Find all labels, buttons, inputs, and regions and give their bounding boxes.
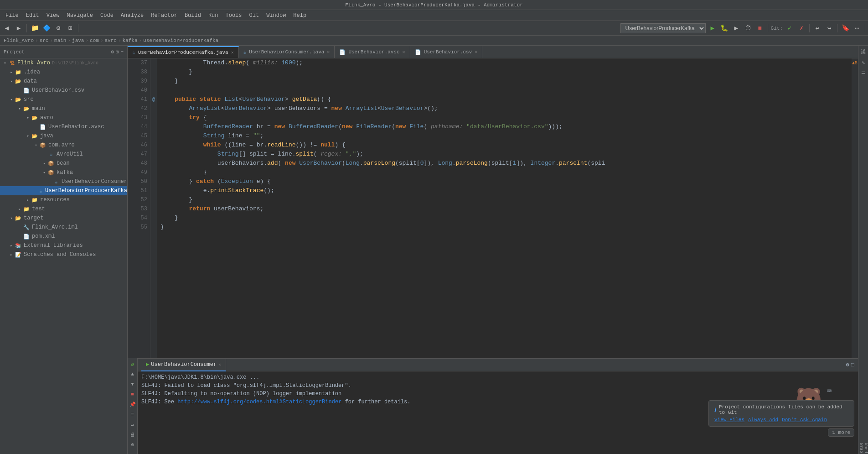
run-tab-consumer[interactable]: ▶ UserBehaviorConsumer ✕: [141, 359, 226, 371]
run-maximize-btn[interactable]: □: [851, 362, 854, 368]
ln-53: 53: [130, 204, 147, 214]
tab-avsc-close[interactable]: ✕: [403, 49, 405, 55]
tree-item-bean[interactable]: ▾ 📦 bean: [0, 159, 127, 168]
project-view-button[interactable]: 📁: [30, 23, 40, 33]
bookmark-button[interactable]: 🔖: [840, 23, 850, 33]
menu-git[interactable]: Git: [246, 11, 263, 20]
run-panel-header: ▶ UserBehaviorConsumer ✕ ⚙ □: [138, 359, 858, 371]
bc-class[interactable]: UserBehaviorProducerKafka: [143, 38, 218, 43]
tree-item-kafka-pkg[interactable]: ▾ 📦 kafka: [0, 168, 127, 177]
gutter-55: [150, 223, 157, 232]
bc-kafka[interactable]: kafka: [123, 38, 138, 43]
tree-item-test[interactable]: ▸ 📁 test: [0, 204, 127, 214]
menu-edit[interactable]: Edit: [22, 11, 43, 20]
forward-button[interactable]: ▶: [14, 23, 24, 33]
bc-avro[interactable]: avro: [105, 38, 117, 43]
menu-analyze[interactable]: Analyze: [117, 11, 147, 20]
run-button[interactable]: ▶: [708, 23, 718, 33]
debug-button[interactable]: 🐛: [719, 23, 729, 33]
menu-build[interactable]: Build: [181, 11, 205, 20]
tree-item-com[interactable]: ▾ 📦 com.avro: [0, 141, 127, 150]
layout-button[interactable]: ⊞: [65, 23, 75, 33]
run-config-dropdown[interactable]: UserBehaviorProducerKafka: [620, 23, 706, 33]
rs-icon-1[interactable]: 漢: [859, 47, 868, 56]
profile-button[interactable]: ⏱: [743, 23, 753, 33]
rs-icon-2[interactable]: ✎: [859, 58, 868, 67]
tree-item-idea[interactable]: ▸ 📁 .idea: [0, 68, 127, 77]
tab-producer-close[interactable]: ✕: [231, 50, 234, 55]
menu-file[interactable]: File: [2, 11, 22, 20]
run-down-icon[interactable]: ▼: [129, 380, 137, 388]
run-settings-icon[interactable]: ⚙: [129, 440, 137, 449]
run-coverage-button[interactable]: ▶: [731, 23, 741, 33]
menu-help[interactable]: Help: [289, 11, 310, 20]
tab-consumer[interactable]: ☕ UserBehaviorConsumer.java ✕: [239, 46, 335, 58]
menu-run[interactable]: Run: [205, 11, 222, 20]
tree-item-external-libs[interactable]: ▸ 📚 External Libraries: [0, 241, 127, 250]
tree-item-scratches[interactable]: ▸ 📝 Scratches and Consoles: [0, 250, 127, 259]
slf4j-link[interactable]: http://www.slf4j.org/codes.html#StaticLo…: [177, 399, 341, 405]
tree-item-avro[interactable]: ▾ 📂 avro: [0, 113, 127, 122]
bc-java[interactable]: java: [72, 38, 84, 43]
notification-more[interactable]: 1 more: [828, 428, 854, 437]
run-wrap-icon[interactable]: ↵: [129, 420, 137, 428]
tree-arrow-bean: ▾: [41, 161, 47, 166]
run-settings-btn[interactable]: ⚙: [846, 361, 849, 368]
tree-item-resources[interactable]: ▸ 📁 resources: [0, 195, 127, 204]
run-up-icon[interactable]: ▲: [129, 370, 137, 378]
menu-tools[interactable]: Tools: [222, 11, 246, 20]
back-button[interactable]: ◀: [2, 23, 12, 33]
menu-code[interactable]: Code: [97, 11, 117, 20]
stop-button[interactable]: ■: [755, 23, 765, 33]
notif-dont-ask[interactable]: Don't Ask Again: [782, 417, 827, 423]
run-restart-icon[interactable]: ↺: [129, 360, 137, 368]
tree-item-main[interactable]: ▾ 📂 main: [0, 104, 127, 113]
bc-src[interactable]: src: [40, 38, 49, 43]
tab-csv-close[interactable]: ✕: [475, 49, 477, 55]
bc-com[interactable]: com: [90, 38, 99, 43]
code-content[interactable]: Thread.sleep( millis: 1000); } } public …: [157, 58, 852, 358]
menu-navigate[interactable]: Navigate: [63, 11, 97, 20]
sidebar-layout-icon[interactable]: ⊞: [116, 49, 119, 55]
git-x-button[interactable]: ✗: [796, 23, 806, 33]
bc-main[interactable]: main: [54, 38, 66, 43]
rs-icon-3[interactable]: ☰: [859, 69, 868, 78]
tree-item-target[interactable]: ▾ 📂 target: [0, 214, 127, 223]
sidebar-gear-icon[interactable]: ⚙: [111, 49, 114, 55]
tree-item-data[interactable]: ▾ 📂 data: [0, 77, 127, 86]
tab-producer[interactable]: ☕ UserBehaviorProducerKafka.java ✕: [128, 46, 239, 58]
tree-item-avroutil[interactable]: ☕ AvroUtil: [0, 150, 127, 159]
run-pin-icon[interactable]: 📌: [129, 400, 137, 408]
menu-window[interactable]: Window: [263, 11, 289, 20]
git-check-button[interactable]: ✓: [785, 23, 795, 33]
tree-item-pom[interactable]: 📄 pom.xml: [0, 232, 127, 241]
tree-item-java[interactable]: ▾ 📂 java: [0, 131, 127, 141]
run-print-icon[interactable]: 🖨: [129, 430, 137, 438]
redo-button[interactable]: ↪: [824, 23, 834, 33]
structure-button[interactable]: 🔷: [41, 23, 52, 33]
tree-item-iml[interactable]: 🔧 Flink_Avro.iml: [0, 223, 127, 232]
tree-item-producer[interactable]: ☕ UserBehaviorProducerKafka: [0, 186, 127, 195]
tree-item-src[interactable]: ▾ 📂 src: [0, 95, 127, 104]
run-stop-icon[interactable]: ■: [129, 390, 137, 398]
ln-37: 37: [130, 58, 147, 68]
run-tab-close[interactable]: ✕: [218, 362, 221, 367]
notif-always-add[interactable]: Always Add: [748, 417, 778, 423]
settings-button[interactable]: ⚙: [53, 23, 63, 33]
more-button[interactable]: ⋯: [852, 23, 862, 33]
run-filter-icon[interactable]: ≡: [129, 410, 137, 418]
rs-icon-word-wrap[interactable]: Word Wrap: [859, 444, 868, 452]
tab-avsc[interactable]: 📄 UserBehavior.avsc ✕: [335, 46, 410, 58]
tree-item-avsc[interactable]: 📄 UserBehavior.avsc: [0, 122, 127, 131]
tree-item-consumer[interactable]: ☕ UserBehaviorConsumer: [0, 177, 127, 186]
tree-item-flink-avro[interactable]: ▾ 🏗 Flink_Avro D:\d12\Flink_Avro: [0, 58, 127, 68]
bc-flink-avro[interactable]: Flink_Avro: [4, 38, 34, 43]
sidebar-minimize-icon[interactable]: −: [120, 49, 124, 55]
menu-view[interactable]: View: [43, 11, 63, 20]
tab-csv[interactable]: 📄 UserBehavior.csv ✕: [410, 46, 483, 58]
menu-refactor[interactable]: Refactor: [147, 11, 181, 20]
tree-item-userbehavior-csv[interactable]: 📄 UserBehavior.csv: [0, 86, 127, 95]
undo-button[interactable]: ↩: [812, 23, 822, 33]
tab-consumer-close[interactable]: ✕: [327, 49, 330, 55]
notif-view-files[interactable]: View Files: [714, 417, 744, 423]
